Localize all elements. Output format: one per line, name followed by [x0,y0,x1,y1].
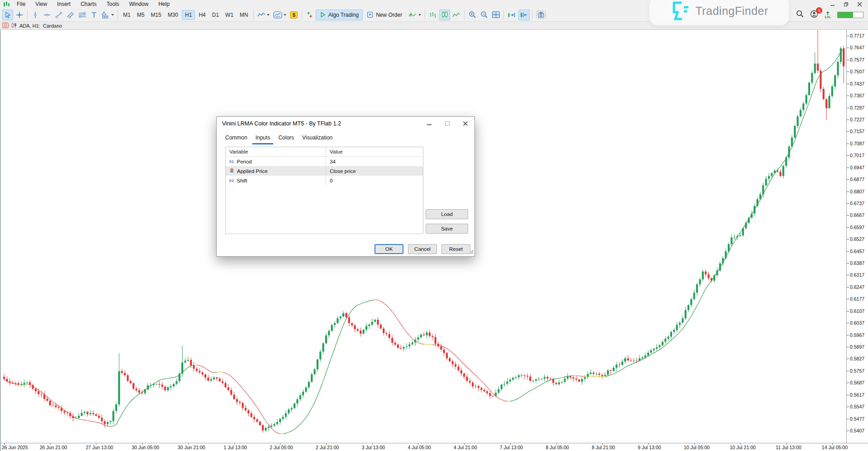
level-label: LVL [825,15,831,19]
reset-button[interactable]: Reset [441,244,470,254]
chart-type-dropdown-button[interactable] [256,10,271,20]
price-axis-label: 0.5827 [850,356,864,361]
timeframe-button-m5[interactable]: M5 [134,10,147,20]
new-order-button[interactable]: New Order [363,10,406,20]
ok-button[interactable]: OK [375,244,403,254]
param-value[interactable]: Close price [326,166,423,176]
timeframe-button-d1[interactable]: D1 [209,10,222,20]
dialog-minimize-button[interactable] [420,117,438,130]
account-icon[interactable]: 1 [810,10,818,20]
menu-item-help[interactable]: Help [153,0,175,8]
candles-chart-button[interactable] [439,10,450,20]
timeframe-button-h4[interactable]: H4 [196,10,208,20]
param-value[interactable]: 34 [326,157,423,166]
fibonacci-tool-button[interactable] [77,10,88,20]
text-tool-button[interactable] [89,10,100,20]
symbols-button[interactable]: $ [289,10,299,20]
dialog-close-button[interactable] [456,117,474,130]
numeric-param-icon: 01 [229,159,234,164]
dialog-maximize-button[interactable] [438,117,456,130]
window-close-button[interactable] [853,1,866,8]
load-button[interactable]: Load [426,209,468,219]
shapes-tool-button[interactable] [100,10,115,20]
chevron-down-icon [418,14,421,16]
timeframe-button-m30[interactable]: M30 [165,10,181,20]
menu-item-charts[interactable]: Charts [76,0,101,8]
dialog-title-bar[interactable]: Vinini LRMA Color Indicator MT5 - By TFl… [217,117,474,130]
zoom-out-button[interactable] [479,10,489,20]
cursor-tool-button[interactable] [2,10,13,20]
zoom-in-button[interactable] [467,10,478,20]
param-name: Applied Price [237,168,268,174]
price-axis[interactable]: 0.77170.76470.75770.75070.74370.73670.72… [846,30,868,443]
time-axis-label: 11 Jul 13:00 [776,445,801,450]
price-axis-label: 0.7297 [850,105,864,110]
market-watch-icon[interactable] [2,23,9,29]
timeframe-button-h1[interactable]: H1 [182,10,195,20]
screenshot-button[interactable] [535,10,547,20]
channel-tool-button[interactable] [65,10,76,20]
timeframe-button-w1[interactable]: W1 [223,10,236,20]
algo-trading-button[interactable]: Algo Trading [316,10,363,20]
dialog-tab-colors[interactable]: Colors [275,133,297,144]
table-row-applied-price[interactable]: Applied PriceClose price [226,166,423,176]
column-header-variable: Variable [229,149,248,154]
chart-tab-label[interactable]: ADA, H1: Cardano [19,23,62,29]
save-button[interactable]: Save [426,224,468,234]
price-axis-label: 0.6807 [850,189,864,194]
menu-item-insert[interactable]: Insert [52,0,76,8]
param-name: Period [237,159,251,164]
time-axis[interactable]: 26 Jun 202526 Jun 21:0027 Jun 13:0030 Ju… [1,443,868,451]
price-axis-label: 0.6877 [850,177,864,182]
dialog-tab-visualization[interactable]: Visualization [299,133,336,144]
table-row-shift[interactable]: 01Shift0 [226,176,423,185]
tradingfinder-brand-text: TradingFinder [695,5,768,18]
bars-chart-button[interactable] [427,10,438,20]
horizontal-line-tool-button[interactable] [42,10,52,20]
window-minimize-button[interactable] [825,1,839,8]
price-axis-label: 0.7577 [850,57,864,62]
price-tick [847,48,849,48]
timeframe-button-m15[interactable]: M15 [148,10,164,20]
price-axis-label: 0.6317 [850,272,864,278]
line-chart-button[interactable] [451,10,462,20]
price-tick [847,431,849,431]
window-restore-button[interactable] [839,1,853,8]
timeframe-button-mn[interactable]: MN [237,10,251,20]
vertical-line-tool-button[interactable] [30,10,41,20]
time-axis-label: 27 Jun 13:00 [85,445,113,450]
menu-item-file[interactable]: File [12,0,30,8]
cancel-button[interactable]: Cancel [408,244,437,254]
chart-shift-button[interactable] [506,10,517,20]
price-axis-label: 0.7647 [850,45,864,50]
dialog-tab-inputs[interactable]: Inputs [252,133,274,144]
connection-status-bar [837,12,863,18]
price-axis-label: 0.6387 [850,260,864,266]
resize-grip[interactable] [469,249,474,255]
price-tick [847,239,849,240]
search-icon[interactable] [796,10,804,19]
menu-item-view[interactable]: View [30,0,52,8]
chart-symbol-icon[interactable] [11,23,17,29]
menu-item-window[interactable]: Window [124,0,154,8]
tile-windows-button[interactable] [490,10,501,20]
dialog-tab-common[interactable]: Common [222,133,251,144]
param-value[interactable]: 0 [326,176,423,185]
chevron-down-icon [267,14,270,16]
price-tick [847,335,849,336]
indicator-window-dropdown-button[interactable] [272,10,288,20]
auto-scroll-button[interactable] [518,10,530,20]
price-axis-label: 0.5897 [850,344,864,350]
trendline-tool-button[interactable] [53,10,64,20]
time-axis-label: 10 Jul 21:00 [730,445,755,450]
timeframe-button-m1[interactable]: M1 [120,10,133,20]
buy-sell-arrows-button[interactable] [304,10,315,20]
price-tick [847,359,849,359]
tradingfinder-watermark: TradingFinder [650,0,789,25]
level-indicator[interactable]: LVL [825,11,831,19]
crosshair-tool-button[interactable] [14,10,25,20]
table-row-period[interactable]: 01Period34 [226,157,423,166]
indicators-dropdown-button[interactable] [407,10,422,20]
menu-item-tools[interactable]: Tools [102,0,124,8]
price-axis-label: 0.7437 [850,81,864,86]
